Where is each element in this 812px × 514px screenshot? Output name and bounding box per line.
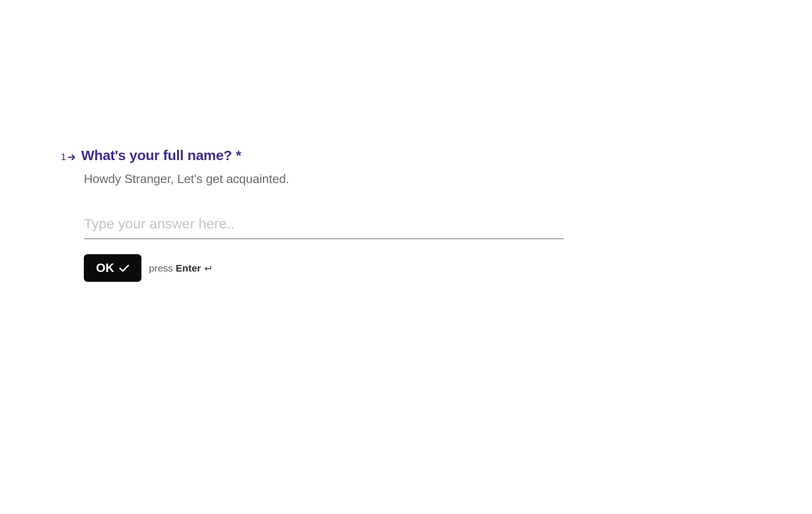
question-subtitle: Howdy Stranger, Let's get acquainted.	[84, 172, 564, 186]
form-question-container: 1 What's your full name? * Howdy Strange…	[61, 147, 564, 282]
ok-button-label: OK	[96, 261, 114, 275]
hint-prefix: press	[149, 263, 173, 274]
question-title: What's your full name? *	[81, 147, 241, 163]
keyboard-hint: press Enter	[149, 263, 212, 274]
hint-key: Enter	[176, 263, 201, 274]
question-number-text: 1	[61, 152, 66, 162]
question-number: 1	[61, 152, 75, 162]
input-wrapper	[84, 212, 564, 239]
arrow-right-icon	[68, 154, 75, 161]
action-row: OK press Enter	[84, 254, 564, 282]
answer-input[interactable]	[84, 212, 564, 239]
enter-key-icon	[204, 265, 212, 272]
ok-button[interactable]: OK	[84, 254, 141, 282]
question-header-row: 1 What's your full name? *	[61, 147, 564, 163]
check-icon	[119, 264, 129, 272]
